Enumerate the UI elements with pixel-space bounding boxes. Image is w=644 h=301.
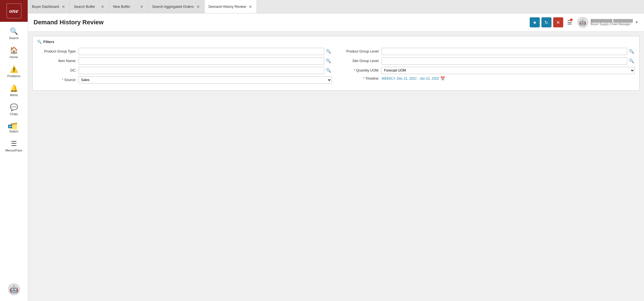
filter-row-product-group-level: Product Group Level: 🔍 xyxy=(340,48,635,55)
label-item-name: Item Name: xyxy=(37,59,76,63)
tab-close-demand-history-review[interactable]: ✕ xyxy=(248,5,253,9)
main-content: Buyer Dashboard ✕ Search Buffer ✕ New Bu… xyxy=(28,0,644,301)
sidebar-item-switch[interactable]: 🗂️ ⇄ Switch xyxy=(0,119,28,136)
tab-close-search-buffer[interactable]: ✕ xyxy=(100,5,105,9)
tab-label-search-aggregated-orders: Search Aggregated Orders xyxy=(152,5,194,9)
tab-buyer-dashboard[interactable]: Buyer Dashboard ✕ xyxy=(28,0,70,13)
search-btn-item-name[interactable]: 🔍 xyxy=(325,58,332,63)
label-site-group-level: Site Group Level: xyxy=(340,59,379,63)
search-btn-dc[interactable]: 🔍 xyxy=(325,68,332,73)
select-quantity-uom[interactable]: Forecast UOM Each Case xyxy=(382,67,635,74)
warning-icon: ⚠️ xyxy=(10,65,18,73)
sidebar-item-label-menus: Menus/Favs xyxy=(6,149,22,152)
filter-row-site-group-level: Site Group Level: 🔍 xyxy=(340,57,635,65)
sidebar-item-home[interactable]: 🏠 Home xyxy=(0,43,28,62)
chat-icon: 💬 xyxy=(10,103,18,111)
sidebar-item-label-switch: Switch xyxy=(9,130,18,133)
tab-demand-history-review[interactable]: Demand History Review ✕ xyxy=(205,0,257,13)
input-product-group-level[interactable] xyxy=(382,48,627,55)
menu-button[interactable]: ☰ xyxy=(567,19,572,26)
filter-row-quantity-uom: * Quantity UOM: Forecast UOM Each Case xyxy=(340,67,635,74)
tab-search-aggregated-orders[interactable]: Search Aggregated Orders ✕ xyxy=(148,0,205,13)
filter-row-item-name: Item Name: 🔍 xyxy=(37,57,332,65)
chevron-down-icon: ▼ xyxy=(635,20,638,24)
input-product-group-type[interactable] xyxy=(79,48,324,55)
sidebar: one 🔍 Search 🏠 Home ⚠️ Problems 🔔 Alerts… xyxy=(0,0,28,301)
filters-left-col: Product Group Type: 🔍 Item Name: 🔍 xyxy=(37,48,332,86)
filters-right-col: Product Group Level: 🔍 Site Group Level:… xyxy=(340,48,635,86)
sidebar-item-chats[interactable]: 💬 Chats xyxy=(0,100,28,119)
input-wrap-product-group-type: 🔍 xyxy=(79,48,332,55)
label-timeline: * Timeline: xyxy=(340,77,379,80)
header-actions: ★ ↻ ✕ ☰ 🤖 ██████████ █████████ Buyer Sup… xyxy=(530,17,638,28)
close-button[interactable]: ✕ xyxy=(553,17,563,27)
label-product-group-level: Product Group Level: xyxy=(340,49,379,53)
sidebar-item-label-problems: Problems xyxy=(7,74,20,78)
label-dc: DC: xyxy=(37,68,76,72)
filters-label: Filters xyxy=(43,40,54,44)
app-logo: one xyxy=(6,3,22,18)
filters-panel: 🔍 Filters Product Group Type: 🔍 xyxy=(32,36,640,91)
user-info[interactable]: 🤖 ██████████ █████████ Buyer Supply Chai… xyxy=(577,17,638,28)
calendar-icon[interactable]: 📅 xyxy=(440,76,445,81)
user-name: ██████████ █████████ xyxy=(591,19,633,22)
filter-row-source: * Source: Sales Orders Both xyxy=(37,76,332,84)
bell-icon: 🔔 xyxy=(10,84,18,92)
filters-grid: Product Group Type: 🔍 Item Name: 🔍 xyxy=(37,48,635,86)
notification-dot xyxy=(570,18,573,21)
favorite-button[interactable]: ★ xyxy=(530,17,540,27)
sidebar-item-label-search: Search xyxy=(9,36,19,40)
timeline-value: WEEKLY, Dec 21, 2021 - Jan 21, 2022 xyxy=(382,77,439,80)
search-icon: 🔍 xyxy=(10,27,18,35)
tab-new-buffer[interactable]: New Buffer ✕ xyxy=(109,0,148,13)
sidebar-item-user-avatar[interactable]: 🤖 xyxy=(0,280,28,299)
sidebar-item-alerts[interactable]: 🔔 Alerts xyxy=(0,81,28,100)
input-dc[interactable] xyxy=(79,67,324,74)
switch-badge: ⇄ xyxy=(8,125,12,128)
input-wrap-dc: 🔍 xyxy=(79,67,332,74)
home-icon: 🏠 xyxy=(10,46,18,54)
select-source[interactable]: Sales Orders Both xyxy=(79,76,332,84)
tab-close-buyer-dashboard[interactable]: ✕ xyxy=(61,5,66,9)
user-role: Buyer Supply Chain Manager xyxy=(591,22,633,26)
page-body: 🔍 Filters Product Group Type: 🔍 xyxy=(28,32,644,301)
filter-search-icon: 🔍 xyxy=(37,40,42,44)
page-title: Demand History Review xyxy=(34,19,104,26)
menus-icon: ☰ xyxy=(11,140,17,148)
tab-close-new-buffer[interactable]: ✕ xyxy=(139,5,144,9)
sidebar-item-menus[interactable]: ☰ Menus/Favs xyxy=(0,136,28,155)
tab-search-buffer[interactable]: Search Buffer ✕ xyxy=(70,0,109,13)
filter-row-timeline: * Timeline: WEEKLY, Dec 21, 2021 - Jan 2… xyxy=(340,76,635,81)
filter-row-product-group-type: Product Group Type: 🔍 xyxy=(37,48,332,55)
refresh-button[interactable]: ↻ xyxy=(541,17,551,27)
tab-label-search-buffer: Search Buffer xyxy=(74,5,98,9)
label-quantity-uom: * Quantity UOM: xyxy=(340,68,379,72)
input-wrap-timeline: WEEKLY, Dec 21, 2021 - Jan 21, 2022 📅 xyxy=(382,76,635,81)
input-wrap-source: Sales Orders Both xyxy=(79,76,332,84)
input-wrap-product-group-level: 🔍 xyxy=(382,48,635,55)
label-product-group-type: Product Group Type: xyxy=(37,49,76,53)
input-wrap-item-name: 🔍 xyxy=(79,57,332,65)
page-header: Demand History Review ★ ↻ ✕ ☰ 🤖 ████████… xyxy=(28,13,644,32)
tab-close-search-aggregated-orders[interactable]: ✕ xyxy=(196,5,200,9)
tab-bar: Buyer Dashboard ✕ Search Buffer ✕ New Bu… xyxy=(28,0,644,13)
label-source: * Source: xyxy=(37,78,76,82)
input-site-group-level[interactable] xyxy=(382,57,627,65)
input-item-name[interactable] xyxy=(79,57,324,65)
filters-tab-header: 🔍 Filters xyxy=(37,40,635,44)
search-btn-site-group-level[interactable]: 🔍 xyxy=(628,58,635,63)
user-details: ██████████ █████████ Buyer Supply Chain … xyxy=(591,19,633,26)
sidebar-item-label-chats: Chats xyxy=(10,112,18,116)
search-btn-product-group-type[interactable]: 🔍 xyxy=(325,49,332,54)
sidebar-item-label-home: Home xyxy=(10,55,18,59)
input-wrap-quantity-uom: Forecast UOM Each Case xyxy=(382,67,635,74)
tab-label-buyer-dashboard: Buyer Dashboard xyxy=(32,5,59,9)
sidebar-item-problems[interactable]: ⚠️ Problems xyxy=(0,62,28,81)
input-wrap-site-group-level: 🔍 xyxy=(382,57,635,65)
avatar: 🤖 xyxy=(577,17,588,28)
filter-row-dc: DC: 🔍 xyxy=(37,67,332,74)
sidebar-item-search[interactable]: 🔍 Search xyxy=(0,24,28,43)
search-btn-product-group-level[interactable]: 🔍 xyxy=(628,49,635,54)
logo-container: one xyxy=(0,0,28,22)
tab-label-new-buffer: New Buffer xyxy=(113,5,137,9)
